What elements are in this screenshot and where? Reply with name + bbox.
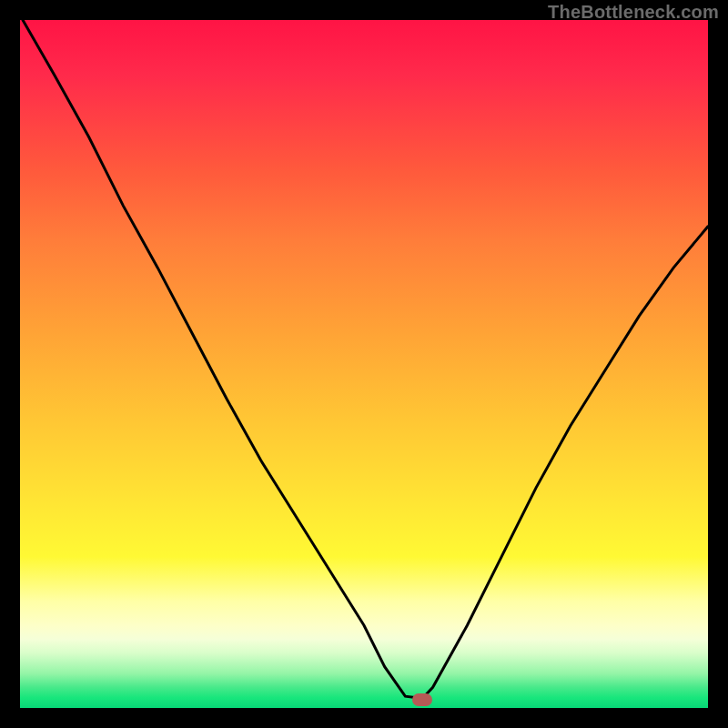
optimal-point-marker (412, 693, 432, 706)
bottleneck-curve (20, 20, 708, 708)
chart-plot-area (20, 20, 708, 708)
